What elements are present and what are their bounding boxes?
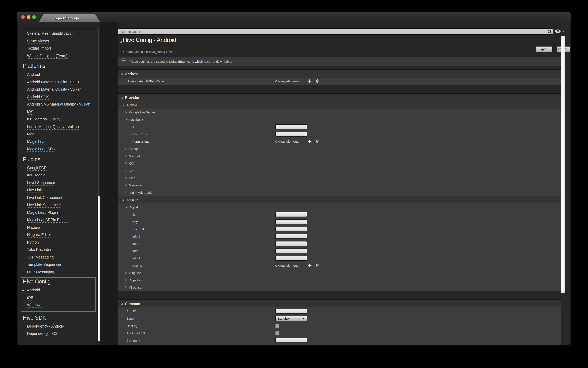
checkbox[interactable] xyxy=(275,331,279,335)
sidebar-item-android[interactable]: ▶Android xyxy=(21,287,95,294)
sidebar-item-magic-leap[interactable]: Magic Leap xyxy=(18,138,100,146)
property-value-cell xyxy=(274,240,561,247)
sidebar-item-template-sequencer[interactable]: Template Sequencer xyxy=(18,261,100,269)
delete-elements-icon[interactable] xyxy=(316,78,319,84)
config-file-notice: These settings are saved in DefaultEngin… xyxy=(118,56,561,66)
sidebar-item-magic-leap-sdk[interactable]: Magic Leap SDK xyxy=(18,146,100,153)
sidebar-item-widget-designer-team[interactable]: Widget Designer (Team) xyxy=(18,53,100,60)
close-window-button[interactable] xyxy=(21,15,25,19)
sidebar-item-android-sdk[interactable]: Android SDK xyxy=(18,93,100,101)
text-field[interactable] xyxy=(275,124,307,129)
sidebar-item-skeletal-mesh-simplification[interactable]: Skeletal Mesh Simplification xyxy=(18,30,100,37)
export-button[interactable]: Export... xyxy=(536,46,553,52)
text-field[interactable] xyxy=(275,241,307,246)
sidebar-item-magic-leap-plugin[interactable]: Magic Leap Plugin xyxy=(18,209,100,217)
text-field[interactable] xyxy=(275,256,307,261)
zoom-window-button[interactable] xyxy=(32,15,36,19)
sidebar-item-ios[interactable]: iOS xyxy=(21,294,95,302)
sidebar-item-windows[interactable]: Windows xyxy=(21,302,95,309)
sidebar-item-struct-viewer[interactable]: Struct Viewer xyxy=(18,37,100,45)
property-label: AuthV4 xyxy=(127,103,137,107)
sidebar-scrollbar-track[interactable] xyxy=(98,28,99,196)
create-config-link[interactable]: Create Config file(hive_config.xml) xyxy=(123,50,172,54)
sidebar-item-tcp-messaging[interactable]: TCP Messaging xyxy=(18,254,100,261)
sidebar-item-android[interactable]: Android xyxy=(18,71,100,79)
sidebar-item-label: Magic Leap xyxy=(27,140,46,145)
sidebar-item-live-link-component[interactable]: Live Link Component xyxy=(18,194,100,202)
sidebar-item-android-sm5-material-quality-vulkan[interactable]: Android SM5 Material Quality - Vulkan xyxy=(18,101,100,108)
sidebar-item-take-recorder[interactable]: Take Recorder xyxy=(18,246,100,254)
sidebar-item-live-link[interactable]: Live Link xyxy=(18,187,100,194)
sidebar-item-ios[interactable]: iOS xyxy=(18,108,100,116)
sidebar-item-texture-import[interactable]: Texture Import xyxy=(18,45,100,53)
sidebar-item-lumin-material-quality-vulkan[interactable]: Lumin Material Quality - Vulkan xyxy=(18,123,100,131)
property-label: Weverse xyxy=(129,184,142,187)
title-bar[interactable]: Project Settings x xyxy=(17,12,571,22)
add-element-icon[interactable] xyxy=(308,79,312,83)
text-field[interactable] xyxy=(275,219,307,224)
property-row-info-1: Info 1 xyxy=(118,233,561,240)
property-row-authv4: AuthV4 xyxy=(118,101,561,109)
section-header-android[interactable]: Android xyxy=(118,69,561,78)
sidebar-item-dependency-ios[interactable]: Dependency - iOS xyxy=(18,330,100,338)
sidebar-item-img-media[interactable]: IMG Media xyxy=(18,172,100,179)
zone-dropdown[interactable]: Sandbox xyxy=(275,316,307,321)
expanded-arrow-icon[interactable] xyxy=(121,303,123,305)
text-field[interactable] xyxy=(275,309,307,313)
search-input[interactable] xyxy=(118,28,547,34)
property-row-attribute: Attribute xyxy=(118,196,561,203)
property-value-cell xyxy=(274,152,561,160)
search-icon[interactable] xyxy=(547,29,551,34)
sidebar-item-python[interactable]: Python xyxy=(18,239,100,246)
property-value-cell xyxy=(274,255,561,262)
delete-elements-icon[interactable] xyxy=(316,263,319,268)
property-row-google: ▷Google xyxy=(118,145,561,152)
sidebar-item-label: IMG Media xyxy=(27,173,45,178)
sidebar-item-android-material-quality-vulkan[interactable]: Android Material Quality - Vulkan xyxy=(18,86,100,93)
sidebar-scrollbar-thumb[interactable] xyxy=(98,196,100,341)
property-sections: AndroidUnsupportedUAShareType0 Array ele… xyxy=(118,69,561,345)
view-options-eye-icon[interactable] xyxy=(555,29,561,33)
section-header-common[interactable]: Common xyxy=(118,299,561,307)
text-field[interactable] xyxy=(275,212,307,217)
sidebar-item-dependency-android[interactable]: Dependency - Android xyxy=(18,323,100,330)
property-name-cell: Info 1 xyxy=(118,233,288,240)
property-name-cell: Google xyxy=(118,145,285,152)
main-scrollbar-thumb[interactable] xyxy=(561,36,565,293)
text-field[interactable] xyxy=(275,234,307,239)
property-row-firebase: ▷Firebase xyxy=(118,284,561,291)
checkbox[interactable] xyxy=(275,324,279,328)
expanded-arrow-icon[interactable] xyxy=(121,96,123,99)
sidebar-item-mac[interactable]: Mac xyxy=(18,131,100,138)
add-element-icon[interactable] xyxy=(308,140,312,143)
sidebar-item-niagara-editor[interactable]: Niagara Editor xyxy=(18,231,100,239)
property-label: AgeGateU13 xyxy=(127,331,145,335)
delete-elements-icon[interactable] xyxy=(316,139,319,144)
property-row-events: Events0 Array elements xyxy=(118,262,561,269)
sidebar-item-niagara[interactable]: Niagara xyxy=(18,224,100,231)
sidebar-item-magicleaparpin-plugin[interactable]: MagicLeapARPin Plugin xyxy=(18,217,100,224)
sidebar-item-android-material-quality-es31[interactable]: Android Material Quality - ES31 xyxy=(18,79,100,86)
sidebar-item-ios-material-quality[interactable]: iOS Material Quality xyxy=(18,116,100,123)
text-field[interactable] xyxy=(275,227,307,231)
section-header-provider[interactable]: Provider xyxy=(118,93,561,101)
property-name-cell: SignInWithApple xyxy=(118,189,285,196)
sidebar-item-udp-messaging[interactable]: UDP Messaging xyxy=(18,269,100,276)
minimize-window-button[interactable] xyxy=(27,15,30,19)
expanded-arrow-icon[interactable] xyxy=(121,73,123,75)
text-field[interactable] xyxy=(275,248,307,253)
text-field[interactable] xyxy=(275,132,307,137)
tab-close-icon[interactable]: x xyxy=(92,16,93,19)
sidebar-item-live-link-sequencer[interactable]: Live Link Sequencer xyxy=(18,202,100,209)
property-value-cell xyxy=(274,116,561,123)
array-count-label: 0 Array elements xyxy=(275,264,304,267)
sidebar-item-level-sequencer[interactable]: Level Sequencer xyxy=(18,179,100,187)
view-options-caret-icon[interactable] xyxy=(562,31,565,32)
sidebar-item-label: Widget Designer (Team) xyxy=(27,54,67,59)
page-collapse-icon[interactable] xyxy=(120,41,122,43)
sidebar-item-googlepad[interactable]: GooglePAD xyxy=(18,164,100,172)
property-name-cell: Wechat xyxy=(118,152,285,160)
tab-project-settings[interactable]: Project Settings x xyxy=(39,14,100,22)
add-element-icon[interactable] xyxy=(308,264,312,267)
text-field[interactable] xyxy=(275,338,307,343)
